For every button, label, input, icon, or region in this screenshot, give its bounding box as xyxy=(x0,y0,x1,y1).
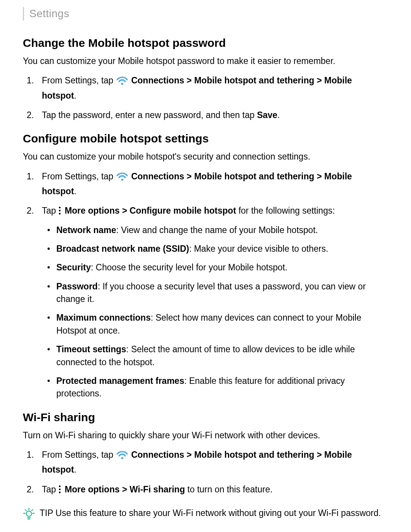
step-text: From Settings, tap xyxy=(42,171,116,181)
connections-icon xyxy=(116,450,128,463)
svg-point-4 xyxy=(59,213,61,215)
step-2: Tap More options > Configure mobile hots… xyxy=(40,204,388,400)
svg-point-7 xyxy=(59,488,61,490)
path-sep-2a: > xyxy=(184,171,194,181)
step-1: From Settings, tap Connections > Mobile … xyxy=(40,449,388,476)
lead-configure-hotspot: You can customize your mobile hotspot's … xyxy=(23,150,388,163)
lead-change-password: You can customize your Mobile hotspot pa… xyxy=(23,55,388,67)
steps-configure-hotspot: From Settings, tap Connections > Mobile … xyxy=(23,170,388,400)
svg-point-2 xyxy=(59,207,61,209)
step-text: Tap the password, enter a new password, … xyxy=(42,110,257,120)
step-1-end: . xyxy=(74,91,76,101)
configure-bullets: Network name: View and change the name o… xyxy=(42,224,388,400)
step-2-end: . xyxy=(277,110,280,120)
tip-text: TIP Use this feature to share your Wi-Fi… xyxy=(40,507,388,519)
path-connections: Connections xyxy=(131,450,184,460)
bullet-broadcast-ssid: Broadcast network name (SSID): Make your… xyxy=(55,243,388,255)
bullet-text: : Make your device visible to others. xyxy=(189,244,328,254)
svg-line-11 xyxy=(32,510,33,511)
svg-point-14 xyxy=(26,511,32,516)
bullet-password: Password: If you choose a security level… xyxy=(55,280,388,306)
connections-icon xyxy=(116,76,128,89)
step-2: Tap More options > Wi-Fi sharing to turn… xyxy=(40,483,388,497)
configure-hotspot-label: Configure mobile hotspot xyxy=(129,206,236,216)
bullet-network-name: Network name: View and change the name o… xyxy=(55,224,388,236)
step-text: Tap xyxy=(42,484,58,494)
heading-wifi-sharing: Wi-Fi sharing xyxy=(23,411,388,424)
step-1-end: . xyxy=(74,186,76,196)
steps-wifi-sharing: From Settings, tap Connections > Mobile … xyxy=(23,449,388,497)
heading-configure-hotspot: Configure mobile hotspot settings xyxy=(23,132,388,145)
svg-point-1 xyxy=(121,179,124,181)
tip-block: TIP Use this feature to share your Wi-Fi… xyxy=(23,507,388,523)
svg-point-8 xyxy=(59,491,61,493)
svg-line-10 xyxy=(25,510,26,511)
steps-change-password: From Settings, tap Connections > Mobile … xyxy=(23,74,388,121)
svg-point-0 xyxy=(121,83,124,85)
path-sep-3c: > xyxy=(119,484,129,494)
bullet-max-connections: Maximum connections: Select how many dev… xyxy=(55,312,388,337)
bullet-text: : View and change the name of your Mobil… xyxy=(116,225,318,235)
lead-wifi-sharing: Turn on Wi-Fi sharing to quickly share y… xyxy=(23,429,388,442)
tip-label: TIP xyxy=(40,508,53,518)
bullet-protected-frames: Protected management frames: Enable this… xyxy=(55,375,388,400)
step-2: Tap the password, enter a new password, … xyxy=(40,109,388,121)
wifi-sharing-label: Wi-Fi sharing xyxy=(129,484,185,494)
svg-point-6 xyxy=(59,485,61,487)
path-sep-2b: > xyxy=(314,171,324,181)
document-page: Settings Change the Mobile hotspot passw… xyxy=(0,0,411,532)
path-sep-3b: > xyxy=(314,450,324,460)
bullet-security: Security: Choose the security level for … xyxy=(55,261,388,274)
more-options-label: More options xyxy=(65,206,119,216)
more-options-icon xyxy=(58,206,61,218)
step-1-end: . xyxy=(74,465,76,474)
bullet-label: Security xyxy=(56,262,91,272)
step-text: Tap xyxy=(42,206,58,216)
bullet-text: : If you choose a security level that us… xyxy=(56,281,366,304)
step-2-post: for the following settings: xyxy=(236,206,335,216)
step-1: From Settings, tap Connections > Mobile … xyxy=(40,74,388,102)
svg-point-3 xyxy=(59,210,61,212)
step-text: From Settings, tap xyxy=(42,75,116,85)
bullet-label: Password xyxy=(56,281,98,291)
bullet-text: : Choose the security level for your Mob… xyxy=(91,262,287,272)
more-options-icon xyxy=(58,484,61,497)
page-header: Settings xyxy=(23,7,388,21)
path-hotspot-tethering: Mobile hotspot and tethering xyxy=(194,450,314,460)
path-hotspot-tethering: Mobile hotspot and tethering xyxy=(194,75,314,85)
path-sep-2c: > xyxy=(119,206,129,216)
path-hotspot-tethering: Mobile hotspot and tethering xyxy=(194,171,314,181)
section-change-password: Change the Mobile hotspot password You c… xyxy=(23,37,388,121)
step-1: From Settings, tap Connections > Mobile … xyxy=(40,170,388,198)
connections-icon xyxy=(116,172,128,185)
path-sep-1a: > xyxy=(184,75,194,85)
heading-change-password: Change the Mobile hotspot password xyxy=(23,37,388,50)
section-wifi-sharing: Wi-Fi sharing Turn on Wi-Fi sharing to q… xyxy=(23,411,388,524)
path-sep-1b: > xyxy=(314,75,324,85)
tip-lightbulb-icon xyxy=(23,508,35,523)
save-label: Save xyxy=(257,110,277,120)
step-2-post: to turn on this feature. xyxy=(185,484,272,494)
breadcrumb: Settings xyxy=(29,8,69,19)
page-number: 102 xyxy=(0,530,411,532)
path-sep-3a: > xyxy=(184,450,194,460)
more-options-label: More options xyxy=(65,484,119,494)
bullet-label: Broadcast network name (SSID) xyxy=(56,244,189,254)
svg-point-5 xyxy=(121,457,124,459)
path-connections: Connections xyxy=(131,171,184,181)
bullet-label: Maximum connections xyxy=(56,313,151,323)
tip-body: Use this feature to share your Wi-Fi net… xyxy=(53,508,381,518)
bullet-timeout: Timeout settings: Select the amount of t… xyxy=(55,343,388,369)
bullet-label: Protected management frames xyxy=(56,376,184,386)
section-configure-hotspot: Configure mobile hotspot settings You ca… xyxy=(23,132,388,400)
path-connections: Connections xyxy=(131,75,184,85)
bullet-label: Timeout settings xyxy=(56,344,126,354)
bullet-label: Network name xyxy=(56,225,116,235)
step-text: From Settings, tap xyxy=(42,450,116,460)
